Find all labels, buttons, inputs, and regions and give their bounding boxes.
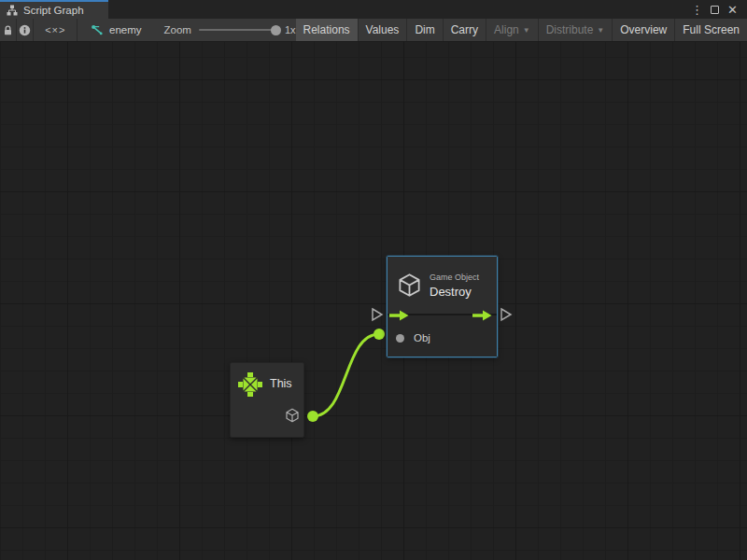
- node-header: Game Object Destroy: [388, 257, 497, 314]
- node-title: Destroy: [430, 285, 479, 299]
- flow-arrow-in-icon[interactable]: [389, 310, 409, 321]
- connection-wire[interactable]: [313, 334, 379, 416]
- distribute-dropdown[interactable]: Distribute ▼: [539, 19, 613, 41]
- zoom-value: 1x: [285, 24, 296, 35]
- code-preview-toggle[interactable]: <×>: [34, 19, 78, 41]
- cube-icon: [397, 273, 422, 298]
- node-kind: Game Object: [430, 273, 479, 282]
- connections-overlay: [0, 42, 747, 560]
- titlebar: Script Graph ⋮ ✕: [0, 0, 747, 19]
- info-button[interactable]: [17, 19, 34, 41]
- graph-canvas[interactable]: This Game Object Destroy Obj: [0, 42, 747, 560]
- obj-port-label: Obj: [414, 332, 430, 343]
- converge-icon: [237, 371, 263, 398]
- close-icon[interactable]: ✕: [724, 0, 741, 19]
- maximize-icon[interactable]: [706, 0, 724, 19]
- dim-button[interactable]: Dim: [407, 19, 443, 41]
- graph-breadcrumb[interactable]: enemy: [78, 19, 154, 41]
- zoom-slider-knob[interactable]: [271, 25, 281, 35]
- obj-value-port[interactable]: [396, 334, 404, 343]
- align-dropdown[interactable]: Align ▼: [486, 19, 539, 41]
- info-icon: [19, 24, 31, 36]
- flow-input-port[interactable]: [373, 309, 382, 320]
- script-graph-window: Script Graph ⋮ ✕ <×>: [0, 0, 747, 560]
- cube-icon[interactable]: [285, 408, 300, 423]
- zoom-label: Zoom: [164, 24, 191, 35]
- flow-arrow-out-icon[interactable]: [472, 310, 492, 321]
- dropdown-caret-icon: ▼: [523, 26, 530, 35]
- window-controls: ⋮ ✕: [688, 0, 747, 19]
- full-screen-button[interactable]: Full Screen: [675, 19, 747, 41]
- overview-button[interactable]: Overview: [613, 19, 675, 41]
- zoom-control: Zoom 1x: [155, 19, 296, 41]
- node-this[interactable]: This: [230, 362, 304, 438]
- lock-icon: [2, 24, 14, 36]
- graph-icon: [91, 24, 104, 36]
- flow-output-port[interactable]: [501, 309, 511, 320]
- values-button[interactable]: Values: [359, 19, 408, 41]
- connection-end-dot[interactable]: [374, 329, 385, 340]
- lock-button[interactable]: [0, 19, 17, 41]
- dropdown-caret-icon: ▼: [597, 26, 604, 35]
- this-output-port[interactable]: [307, 411, 318, 422]
- toolbar: <×> enemy Zoom 1x Relations Values: [0, 19, 747, 42]
- tab-title: Script Graph: [23, 5, 84, 16]
- toolbar-buttons: Relations Values Dim Carry Align ▼ Distr…: [296, 19, 747, 41]
- script-graph-icon: [7, 5, 18, 16]
- kebab-menu-icon[interactable]: ⋮: [688, 0, 706, 19]
- carry-button[interactable]: Carry: [444, 19, 486, 41]
- node-destroy[interactable]: Game Object Destroy Obj: [387, 256, 498, 357]
- node-title: This: [270, 377, 292, 390]
- graph-name: enemy: [109, 24, 142, 35]
- relations-button[interactable]: Relations: [296, 19, 359, 41]
- zoom-slider-track[interactable]: [199, 29, 277, 31]
- tab-script-graph[interactable]: Script Graph: [0, 0, 108, 19]
